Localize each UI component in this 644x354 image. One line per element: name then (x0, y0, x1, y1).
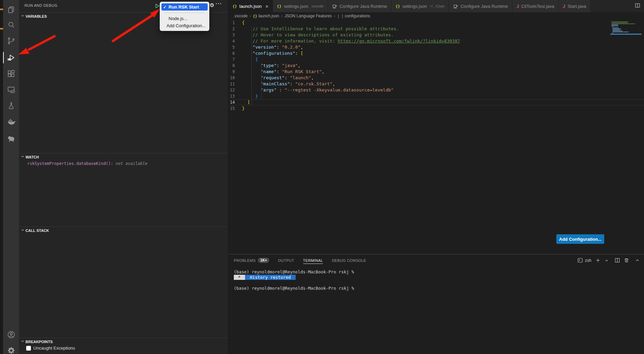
code-text: // For more information, visit: https://… (242, 38, 460, 44)
activitybar-item-gradle[interactable] (3, 130, 19, 146)
activitybar-item-remote-explorer[interactable] (3, 82, 19, 98)
activitybar-item-docker[interactable] (3, 114, 19, 130)
chevron-down-icon (21, 228, 24, 233)
line-number: 7 (228, 56, 242, 63)
debug-settings-gear-icon[interactable] (209, 2, 215, 10)
line-number: 9 (228, 69, 242, 75)
code-line-6: 6 "configurations": [ (228, 50, 644, 56)
debug-configuration-context-menu: ✓Run RSK StartNode.js...Add Configuratio… (160, 2, 209, 31)
section-label: VARIABLES (25, 14, 47, 18)
breadcrumb-label: JSON Language Features (284, 14, 332, 18)
shell-label: zsh (585, 258, 591, 263)
code-link[interactable]: https://go.microsoft.com/fwlink/?linkid=… (338, 38, 460, 44)
line-number: 6 (228, 50, 242, 56)
code-line-2: 2 // Use IntelliSense to learn about pos… (228, 26, 644, 32)
breadcrumb-item-launch-json[interactable]: {}launch.json (253, 14, 279, 18)
panel-tab-output[interactable]: OUTPUT (278, 254, 294, 266)
terminal-actions: zsh (577, 254, 640, 266)
breadcrumb-separator: › (249, 14, 251, 18)
editor-tab-start-java[interactable]: JStart.java (559, 0, 591, 12)
activitybar-item-testing[interactable] (3, 98, 19, 114)
breakpoint-checkbox[interactable] (26, 346, 31, 351)
code-text: "name": "Run RSK Start", (242, 69, 325, 75)
code-text: { (242, 56, 258, 63)
panel-tab-problems[interactable]: PROBLEMS1K+ (234, 254, 269, 266)
section-header-watch[interactable]: WATCH (19, 153, 228, 161)
tab-description: ~/.../User (429, 4, 445, 8)
source-control-icon (7, 36, 16, 45)
maximize-panel-chevron-icon[interactable] (635, 258, 640, 263)
panel-tab-debug-console[interactable]: DEBUG CONSOLE (332, 254, 366, 266)
history-restored-chip: History restored (245, 275, 296, 280)
new-terminal-icon[interactable] (595, 258, 601, 263)
launch-profile-chevron-icon[interactable] (605, 258, 609, 263)
window-edge-strip (0, 0, 3, 354)
code-line-13: 13 } (228, 93, 644, 99)
breadcrumb-separator: › (334, 14, 335, 18)
tab-label: Configure Java Runtime (340, 4, 387, 9)
split-terminal-icon[interactable] (615, 258, 620, 263)
json-file-icon: {} (232, 4, 237, 9)
start-debugging-icon[interactable] (155, 3, 160, 10)
activitybar-item-source-control[interactable] (3, 33, 19, 49)
code-line-12: 12 "args" : "--regtest -Xkeyvalue.dataso… (228, 87, 644, 93)
split-editor-icon[interactable] (635, 3, 640, 10)
activitybar-item-explorer[interactable] (3, 2, 19, 18)
terminal-blank-line (234, 280, 644, 286)
menu-item-run-rsk-start[interactable]: ✓Run RSK Start (161, 3, 208, 11)
menu-item-node-js[interactable]: Node.js... (161, 15, 208, 22)
editor-area: {}launch.json×{}settings.json.vscodeConf… (228, 0, 644, 254)
add-configuration-button[interactable]: Add Configuration... (556, 234, 604, 244)
code-text: } (242, 93, 258, 99)
menu-item-label: Node.js... (169, 16, 187, 21)
editor-tab-settings-json[interactable]: {}settings.json.vscode (273, 0, 328, 12)
section-header-breakpoints[interactable]: BREAKPOINTS (19, 338, 228, 345)
editor-tab-launch-json[interactable]: {}launch.json× (228, 0, 273, 12)
editor-tab-configure-java-runtime[interactable]: Configure Java Runtime (328, 0, 391, 12)
sidebar-title: RUN AND DEBUG (24, 3, 57, 7)
tab-label: launch.json (239, 4, 262, 9)
breadcrumb-item-configurations[interactable]: [ ]configurations (337, 14, 370, 18)
close-icon[interactable]: × (265, 4, 268, 9)
code-line-8: 8 "type": "java", (228, 63, 644, 69)
activitybar-item-search[interactable] (3, 17, 19, 33)
watch-expression-row[interactable]: rskSystemProperties.databaseKind(): not … (27, 161, 147, 166)
editor-tab-configure-java-runtime[interactable]: Configure Java Runtime (449, 0, 512, 12)
breadcrumb-label: configurations (345, 14, 370, 18)
extensions-icon (7, 69, 16, 78)
activitybar-item-accounts[interactable] (3, 326, 19, 342)
activitybar-item-extensions[interactable] (3, 66, 19, 82)
code-editor[interactable]: 1{2 // Use IntelliSense to learn about p… (228, 20, 644, 254)
json-file-icon: {} (277, 4, 281, 9)
kill-terminal-trash-icon[interactable] (624, 258, 629, 263)
code-line-7: 7 { (228, 56, 644, 63)
breakpoint-row[interactable]: Uncaught Exceptions (26, 345, 75, 351)
menu-item-label: Run RSK Start (169, 4, 199, 10)
panel-tab-label: DEBUG CONSOLE (332, 258, 366, 263)
remote-explorer-icon (7, 85, 16, 94)
chevron-down-icon (21, 155, 24, 159)
editor-tab-clitoolstest-java[interactable]: JCliToolsTest.java (512, 0, 559, 12)
editor-tab-settings-json[interactable]: {}settings.json~/.../User (391, 0, 449, 12)
code-line-15: 15} (228, 105, 644, 112)
docker-icon (6, 117, 16, 127)
tab-label: CliToolsTest.java (521, 4, 554, 9)
code-text: ] (242, 99, 250, 105)
breadcrumb-item-vscode[interactable]: .vscode (233, 14, 247, 18)
activitybar-item-settings-gear[interactable] (3, 342, 19, 354)
section-label: BREAKPOINTS (25, 340, 53, 344)
java-file-icon: J (517, 4, 519, 9)
shell-selector[interactable]: zsh (577, 258, 591, 263)
activitybar-item-run-and-debug[interactable] (3, 50, 19, 66)
panel-tab-terminal[interactable]: TERMINAL (303, 254, 323, 266)
breadcrumb-item-json-language-features[interactable]: JSON Language Features (284, 14, 332, 18)
section-header-call-stack[interactable]: CALL STACK (19, 226, 228, 234)
menu-item-add-configuration[interactable]: Add Configuration... (161, 22, 208, 29)
gradle-icon (6, 134, 16, 143)
views-more-actions-icon[interactable]: ··· (215, 0, 222, 7)
line-number: 14 (228, 99, 242, 105)
minimap[interactable] (610, 20, 642, 36)
terminal-output[interactable]: (base) reynoldmorel@Reynolds-MacBook-Pro… (228, 266, 644, 291)
line-number: 11 (228, 81, 242, 87)
breadcrumb-label: launch.json (258, 14, 279, 18)
